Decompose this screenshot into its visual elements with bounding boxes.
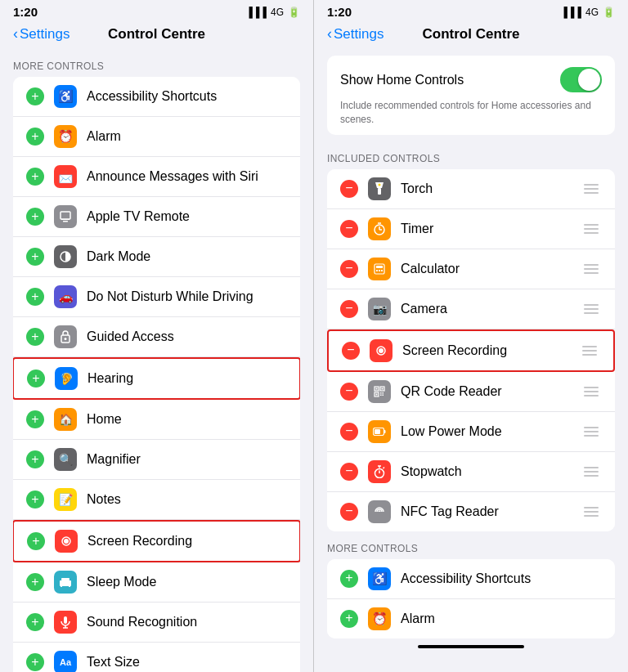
right-back-label: Settings (334, 26, 384, 43)
add-announce-btn[interactable]: + (26, 168, 44, 186)
minus-icon: − (345, 262, 352, 275)
add-guided-access-btn[interactable]: + (26, 328, 44, 346)
list-item-hearing[interactable]: + 🦻 Hearing (13, 357, 300, 400)
screen-recording-left-icon (55, 530, 78, 553)
right-nav-title: Control Centre (423, 26, 520, 43)
list-item-alarm[interactable]: + ⏰ Alarm (13, 117, 300, 157)
add-sound-recognition-btn[interactable]: + (26, 613, 44, 631)
calculator-drag-handle[interactable] (581, 262, 602, 276)
stopwatch-drag-handle[interactable] (581, 465, 602, 478)
svg-rect-40 (384, 430, 386, 433)
appletv-icon (54, 205, 77, 228)
list-item-screen-recording-left[interactable]: + Screen Recording (13, 520, 300, 562)
list-item-notes[interactable]: + 📝 Notes (13, 480, 300, 520)
remove-camera-btn[interactable]: − (340, 300, 358, 318)
svg-point-17 (379, 183, 381, 186)
plus-icon: + (31, 210, 38, 223)
list-item-dnd-driving[interactable]: + 🚗 Do Not Disturb While Driving (13, 277, 300, 317)
plus-icon: + (32, 372, 39, 385)
list-item-darkmode[interactable]: + Dark Mode (13, 237, 300, 277)
plus-icon: + (345, 571, 352, 585)
toggle-knob (578, 69, 600, 91)
left-back-button[interactable]: ‹ Settings (13, 25, 70, 43)
sound-recognition-label: Sound Recognition (87, 615, 287, 629)
add-notes-btn[interactable]: + (26, 491, 44, 508)
included-item-stopwatch[interactable]: − Stopwatch (327, 452, 615, 492)
show-home-card: Show Home Controls Include recommended c… (327, 56, 615, 135)
remove-timer-btn[interactable]: − (340, 220, 358, 238)
svg-rect-1 (63, 221, 68, 222)
remove-low-power-btn[interactable]: − (340, 423, 358, 441)
right-add-alarm-btn[interactable]: + (340, 610, 358, 628)
camera-drag-handle[interactable] (581, 302, 602, 316)
add-alarm-btn[interactable]: + (26, 128, 44, 146)
included-item-screen-recording[interactable]: − Screen Recording (327, 329, 615, 372)
magnifier-label: Magnifier (87, 452, 287, 467)
nfc-reader-drag-handle[interactable] (581, 505, 602, 518)
add-text-size-btn[interactable]: + (26, 653, 44, 671)
included-item-timer[interactable]: − Timer (327, 209, 615, 249)
list-item-home[interactable]: + 🏠 Home (13, 400, 300, 440)
add-sleep-mode-btn[interactable]: + (26, 573, 44, 591)
screen-recording-drag-handle[interactable] (579, 344, 600, 357)
right-alarm-label: Alarm (401, 612, 602, 626)
right-scroll-area[interactable]: Show Home Controls Include recommended c… (314, 49, 628, 672)
sleep-mode-icon (54, 571, 77, 594)
remove-nfc-reader-btn[interactable]: − (340, 503, 358, 521)
add-appletv-btn[interactable]: + (26, 208, 44, 226)
screen-recording-right-label: Screen Recording (402, 343, 579, 358)
more-item-alarm[interactable]: + ⏰ Alarm (327, 599, 615, 638)
magnifier-icon: 🔍 (54, 448, 77, 471)
list-item-guided-access[interactable]: + Guided Access (13, 317, 300, 357)
included-item-low-power[interactable]: − Low Power Mode (327, 412, 615, 452)
list-item-sleep-mode[interactable]: + Sleep Mode (13, 562, 300, 603)
included-item-calculator[interactable]: − Calculator (327, 249, 615, 289)
included-item-nfc-reader[interactable]: − NFC Tag Reader (327, 492, 615, 531)
right-more-list: + ♿ Accessibility Shortcuts + ⏰ Alarm (327, 559, 615, 638)
remove-stopwatch-btn[interactable]: − (340, 463, 358, 481)
left-nav-bar: ‹ Settings Control Centre (0, 22, 313, 49)
guided-access-icon (54, 325, 77, 348)
add-magnifier-btn[interactable]: + (26, 450, 44, 468)
list-item-magnifier[interactable]: + 🔍 Magnifier (13, 440, 300, 480)
plus-icon: + (31, 656, 38, 669)
qr-reader-drag-handle[interactable] (581, 385, 602, 398)
left-scroll-area[interactable]: MORE CONTROLS + ♿ Accessibility Shortcut… (0, 49, 313, 672)
right-chevron-left-icon: ‹ (327, 25, 332, 43)
list-item-accessibility[interactable]: + ♿ Accessibility Shortcuts (13, 77, 300, 117)
hearing-icon: 🦻 (55, 367, 78, 390)
included-item-qr-reader[interactable]: − QR Code Reader (327, 372, 615, 412)
show-home-toggle[interactable] (560, 67, 602, 92)
add-dnd-driving-btn[interactable]: + (26, 288, 44, 306)
torch-drag-handle[interactable] (581, 182, 602, 195)
right-alarm-icon: ⏰ (368, 607, 391, 630)
remove-calculator-btn[interactable]: − (340, 260, 358, 278)
appletv-label: Apple TV Remote (87, 209, 287, 224)
timer-drag-handle[interactable] (581, 222, 602, 235)
add-accessibility-btn[interactable]: + (26, 87, 44, 105)
remove-screen-recording-btn[interactable]: − (342, 342, 360, 360)
add-hearing-btn[interactable]: + (27, 370, 45, 388)
right-add-accessibility-btn[interactable]: + (340, 570, 358, 588)
add-screen-recording-btn[interactable]: + (27, 532, 45, 550)
list-item-sound-recognition[interactable]: + Sound Recognition (13, 603, 300, 643)
add-home-btn[interactable]: + (26, 410, 44, 428)
low-power-drag-handle[interactable] (581, 425, 602, 438)
list-item-appletv[interactable]: + Apple TV Remote (13, 197, 300, 237)
right-back-button[interactable]: ‹ Settings (327, 25, 384, 43)
svg-rect-8 (60, 580, 71, 586)
list-item-text-size[interactable]: + Aa Text Size (13, 643, 300, 672)
more-item-accessibility[interactable]: + ♿ Accessibility Shortcuts (327, 559, 615, 599)
low-power-icon (368, 420, 391, 443)
remove-qr-reader-btn[interactable]: − (340, 383, 358, 401)
included-item-camera[interactable]: − 📷 Camera (327, 289, 615, 329)
list-item-announce[interactable]: + 📩 Announce Messages with Siri (13, 157, 300, 197)
svg-rect-11 (69, 586, 70, 587)
remove-torch-btn[interactable]: − (340, 180, 358, 198)
svg-point-28 (379, 348, 384, 353)
darkmode-label: Dark Mode (87, 249, 287, 264)
right-more-section-header: MORE CONTROLS (314, 531, 628, 559)
svg-rect-15 (378, 188, 381, 195)
add-darkmode-btn[interactable]: + (26, 248, 44, 266)
included-item-torch[interactable]: − Torch (327, 169, 615, 209)
